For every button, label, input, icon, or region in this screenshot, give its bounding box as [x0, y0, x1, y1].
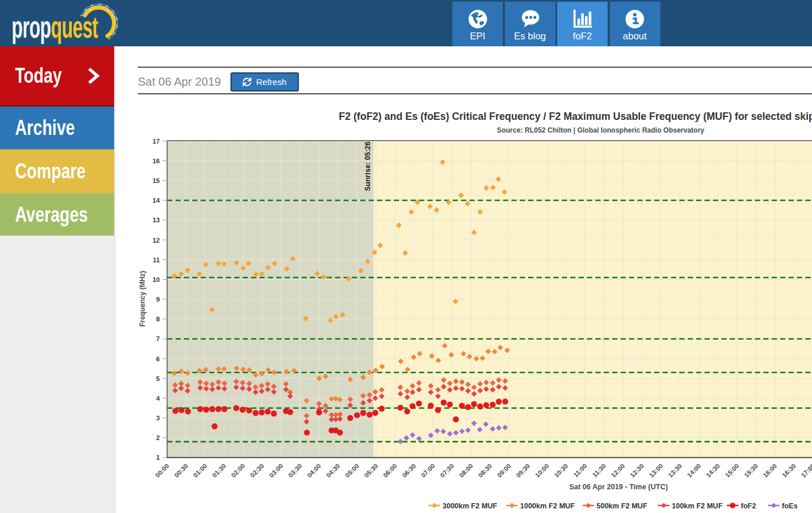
svg-text:11:30: 11:30	[591, 462, 607, 478]
svg-text:8: 8	[156, 316, 160, 323]
svg-text:04:30: 04:30	[325, 462, 341, 478]
svg-text:2: 2	[156, 434, 160, 441]
svg-text:10: 10	[152, 276, 160, 283]
svg-text:13:00: 13:00	[648, 462, 664, 478]
svg-text:03:30: 03:30	[287, 462, 303, 478]
svg-text:07:30: 07:30	[439, 462, 455, 478]
svg-text:11: 11	[153, 256, 160, 263]
svg-text:09:30: 09:30	[515, 462, 531, 478]
svg-text:15:00: 15:00	[724, 462, 740, 478]
svg-text:00:00: 00:00	[154, 462, 170, 478]
svg-text:10:00: 10:00	[534, 462, 550, 478]
svg-text:14: 14	[152, 197, 160, 204]
svg-text:12: 12	[152, 237, 160, 244]
svg-text:05:30: 05:30	[363, 462, 379, 478]
svg-text:12:30: 12:30	[629, 462, 645, 478]
svg-text:06:30: 06:30	[401, 462, 417, 478]
svg-text:17:00: 17:00	[800, 462, 812, 478]
svg-text:07:00: 07:00	[420, 462, 436, 478]
svg-text:Sunrise: 05:26: Sunrise: 05:26	[364, 141, 372, 191]
svg-text:13:30: 13:30	[667, 462, 683, 478]
svg-text:08:30: 08:30	[477, 462, 493, 478]
svg-text:3: 3	[156, 415, 160, 422]
svg-text:06:00: 06:00	[382, 462, 398, 478]
svg-text:100km F2 MUF: 100km F2 MUF	[672, 502, 723, 510]
svg-text:6: 6	[156, 356, 160, 362]
svg-text:16:00: 16:00	[762, 462, 778, 478]
svg-text:09:00: 09:00	[496, 462, 512, 478]
svg-text:1000km F2 MUF: 1000km F2 MUF	[520, 502, 575, 510]
svg-text:16:30: 16:30	[781, 462, 797, 478]
svg-text:16: 16	[152, 157, 160, 164]
svg-text:7: 7	[156, 335, 160, 342]
svg-text:14:00: 14:00	[686, 462, 702, 478]
svg-text:05:00: 05:00	[344, 462, 360, 478]
svg-text:500km F2 MUF: 500km F2 MUF	[597, 502, 648, 510]
svg-text:02:00: 02:00	[230, 462, 246, 478]
svg-text:14:30: 14:30	[705, 462, 721, 478]
svg-text:Sat 06 Apr 2019 - Time (UTC): Sat 06 Apr 2019 - Time (UTC)	[569, 483, 668, 491]
svg-text:5: 5	[156, 375, 160, 382]
svg-text:10:30: 10:30	[553, 462, 569, 478]
svg-text:3000km F2 MUF: 3000km F2 MUF	[442, 502, 498, 510]
svg-text:01:00: 01:00	[192, 462, 208, 478]
svg-text:15: 15	[152, 177, 160, 184]
svg-text:foF2: foF2	[741, 502, 756, 510]
svg-text:4: 4	[156, 395, 160, 402]
svg-text:04:00: 04:00	[306, 462, 322, 478]
svg-text:foEs: foEs	[782, 502, 798, 510]
svg-text:08:00: 08:00	[458, 462, 474, 478]
svg-text:01:30: 01:30	[211, 462, 227, 478]
svg-text:1: 1	[156, 454, 160, 461]
svg-text:9: 9	[156, 296, 160, 303]
svg-text:03:00: 03:00	[268, 462, 284, 478]
svg-text:17: 17	[152, 138, 160, 145]
svg-text:F2 (foF2) and Es (foEs) Critic: F2 (foF2) and Es (foEs) Critical Frequen…	[339, 111, 812, 122]
svg-text:00:30: 00:30	[173, 462, 189, 478]
svg-text:11:00: 11:00	[572, 462, 588, 478]
svg-text:Frequency (MHz): Frequency (MHz)	[138, 271, 147, 327]
svg-text:12:00: 12:00	[610, 462, 626, 478]
svg-text:02:30: 02:30	[249, 462, 265, 478]
svg-text:Source: RL052 Chilton | Global: Source: RL052 Chilton | Global Ionospher…	[497, 126, 704, 134]
svg-text:13: 13	[152, 217, 160, 223]
svg-text:15:30: 15:30	[742, 462, 759, 478]
